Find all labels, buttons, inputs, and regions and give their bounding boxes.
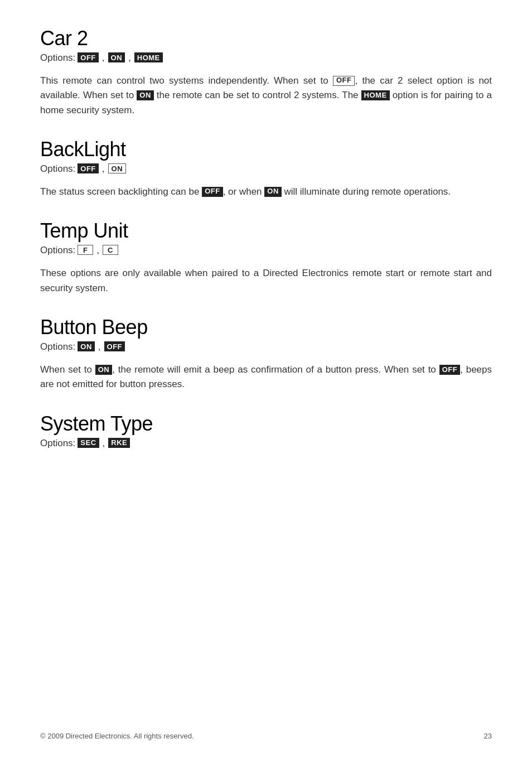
section-system-type: System TypeOptions: SEC,RKE <box>40 412 492 449</box>
options-line-backlight: Options: OFF,ON <box>40 163 492 175</box>
badge-filled: ON <box>137 90 154 100</box>
body-text-backlight: The status screen backlighting can be OF… <box>40 185 492 199</box>
badge-filled: OFF <box>78 163 99 173</box>
section-title-backlight: BackLight <box>40 138 492 161</box>
options-line-car2: Options: OFF,ON,HOME <box>40 52 492 64</box>
options-prefix: Options: <box>40 245 75 256</box>
badge-filled: OFF <box>202 187 223 197</box>
badge-outline: ON <box>108 163 127 173</box>
page-content: Car 2Options: OFF,ON,HOMEThis remote can… <box>0 0 532 503</box>
badge-filled: OFF <box>104 341 125 351</box>
badge-filled: ON <box>78 341 95 351</box>
section-title-car2: Car 2 <box>40 27 492 50</box>
badge-filled: HOME <box>361 90 390 100</box>
badge-filled: OFF <box>78 52 99 62</box>
options-line-system-type: Options: SEC,RKE <box>40 438 492 449</box>
badge-outline: OFF <box>333 76 355 86</box>
body-text-temp-unit: These options are only available when pa… <box>40 266 492 296</box>
copyright-text: © 2009 Directed Electronics. All rights … <box>40 732 194 740</box>
body-text-car2: This remote can control two systems inde… <box>40 74 492 118</box>
sections-container: Car 2Options: OFF,ON,HOMEThis remote can… <box>40 27 492 449</box>
footer: © 2009 Directed Electronics. All rights … <box>40 732 492 740</box>
options-prefix: Options: <box>40 341 75 353</box>
body-text-button-beep: When set to ON, the remote will emit a b… <box>40 363 492 392</box>
options-line-temp-unit: Options: F,C <box>40 245 492 256</box>
badge-filled: ON <box>95 365 113 375</box>
section-temp-unit: Temp UnitOptions: F,CThese options are o… <box>40 219 492 296</box>
page-number: 23 <box>484 732 492 740</box>
section-car2: Car 2Options: OFF,ON,HOMEThis remote can… <box>40 27 492 118</box>
badge-outline: F <box>78 245 93 255</box>
options-prefix: Options: <box>40 163 75 175</box>
section-title-system-type: System Type <box>40 412 492 436</box>
badge-filled: RKE <box>108 438 130 448</box>
section-button-beep: Button BeepOptions: ON,OFFWhen set to ON… <box>40 316 492 392</box>
badge-filled: OFF <box>439 365 461 375</box>
options-prefix: Options: <box>40 52 75 64</box>
badge-filled: ON <box>264 187 282 197</box>
options-prefix: Options: <box>40 438 75 449</box>
badge-filled: HOME <box>134 52 163 62</box>
section-title-temp-unit: Temp Unit <box>40 219 492 243</box>
badge-filled: SEC <box>78 438 99 448</box>
options-line-button-beep: Options: ON,OFF <box>40 341 492 353</box>
badge-outline: C <box>103 245 118 255</box>
badge-filled: ON <box>108 52 125 62</box>
section-title-button-beep: Button Beep <box>40 316 492 339</box>
section-backlight: BackLightOptions: OFF,ONThe status scree… <box>40 138 492 199</box>
